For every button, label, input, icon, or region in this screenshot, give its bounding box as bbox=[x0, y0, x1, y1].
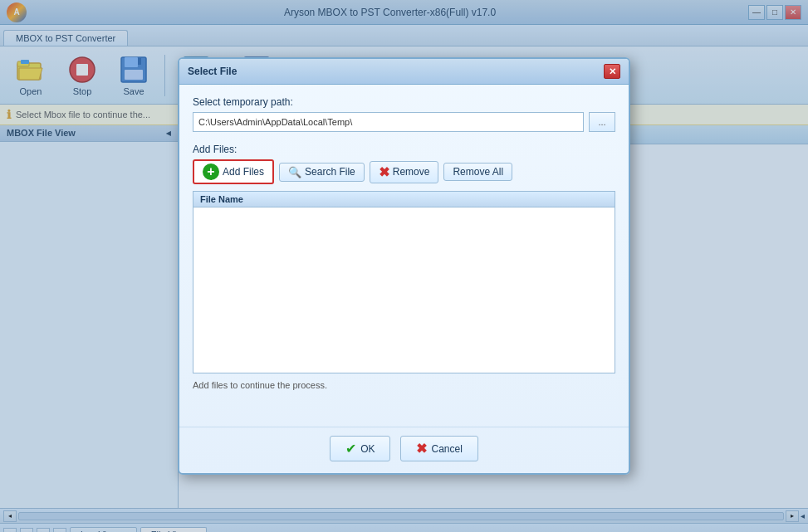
path-input[interactable] bbox=[193, 112, 584, 132]
search-icon: 🔍 bbox=[288, 166, 301, 178]
path-label: Select temporary path: bbox=[193, 96, 615, 108]
remove-all-button[interactable]: Remove All bbox=[443, 163, 512, 181]
add-plus-icon: + bbox=[203, 164, 219, 180]
ok-check-icon: ✔ bbox=[345, 441, 356, 456]
select-file-dialog: Select File ✕ Select temporary path: ...… bbox=[178, 57, 630, 475]
add-files-row: + Add Files 🔍 Search File ✖ Remove Remov… bbox=[193, 159, 615, 184]
search-file-button[interactable]: 🔍 Search File bbox=[279, 163, 365, 182]
add-files-label: Add Files: bbox=[193, 144, 615, 155]
browse-button[interactable]: ... bbox=[589, 112, 615, 132]
file-list-body bbox=[193, 207, 615, 365]
dialog-overlay: Select File ✕ Select temporary path: ...… bbox=[0, 0, 808, 532]
dialog-title-bar: Select File ✕ bbox=[179, 59, 629, 85]
ok-button[interactable]: ✔ OK bbox=[330, 436, 390, 461]
remove-x-icon: ✖ bbox=[379, 164, 389, 180]
file-list-header: File Name bbox=[193, 192, 615, 207]
cancel-button[interactable]: ✖ Cancel bbox=[400, 436, 477, 461]
add-files-button[interactable]: + Add Files bbox=[193, 159, 274, 184]
add-files-hint: Add files to continue the process. bbox=[193, 380, 615, 390]
dialog-close-button[interactable]: ✕ bbox=[604, 64, 620, 79]
remove-button[interactable]: ✖ Remove bbox=[370, 161, 439, 183]
file-list-container[interactable]: File Name bbox=[193, 191, 615, 373]
dialog-footer: ✔ OK ✖ Cancel bbox=[179, 427, 629, 473]
path-row: ... bbox=[193, 112, 615, 132]
dialog-title: Select File bbox=[188, 66, 237, 77]
dialog-body: Select temporary path: ... Add Files: + … bbox=[179, 85, 629, 427]
cancel-x-icon: ✖ bbox=[416, 441, 427, 456]
